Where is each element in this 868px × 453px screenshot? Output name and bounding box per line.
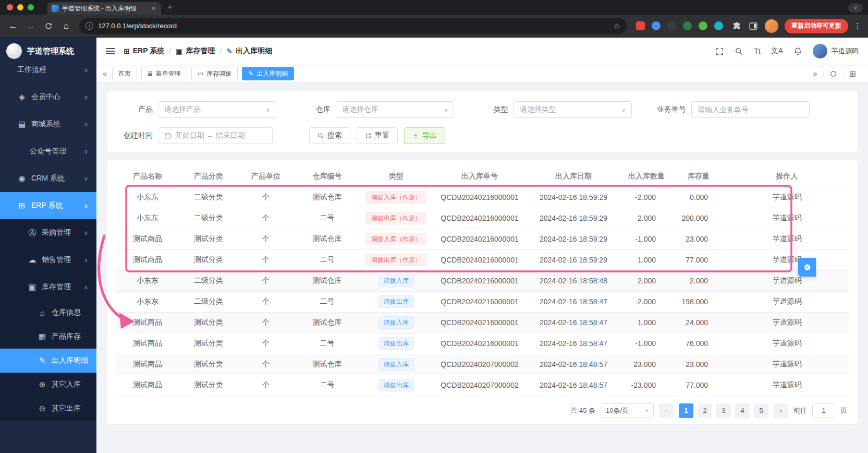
forward-icon[interactable]: →: [23, 18, 39, 34]
home-icon[interactable]: ⌂: [58, 18, 74, 34]
chevron-up-icon: ∧: [84, 284, 88, 291]
app-logo[interactable]: 芋道管理系统: [0, 38, 96, 65]
search-icon[interactable]: [735, 47, 743, 56]
filter-row-2: 创建时间 开始日期 – 结束日期 搜索: [119, 127, 845, 144]
tags-collapse-right-icon[interactable]: »: [808, 69, 823, 78]
browser-profile-avatar[interactable]: [765, 19, 778, 33]
extension-dark-green-icon[interactable]: [683, 21, 692, 30]
type-badge: 调拨出库: [378, 379, 414, 391]
sidebar-item-purchase[interactable]: Ⓐ采购管理∨: [0, 219, 96, 246]
product-select[interactable]: 请选择产品 ∨: [158, 101, 276, 118]
notification-bell-icon[interactable]: [793, 47, 802, 56]
side-panel-icon[interactable]: [746, 19, 761, 33]
cell-type: 调拨出库: [360, 333, 433, 354]
hamburger-icon[interactable]: [106, 47, 115, 55]
sidebar-item-crm-system[interactable]: ◉CRM 系统∨: [0, 165, 96, 192]
cell-category: 测试分类: [180, 229, 237, 249]
biz-no-input[interactable]: [691, 101, 810, 118]
sidebar-item-sales[interactable]: ☁销售管理∨: [0, 246, 96, 273]
breadcrumb-item[interactable]: ▣库存管理: [176, 46, 215, 56]
new-tab-button[interactable]: +: [167, 2, 173, 13]
sidebar-item-other-out[interactable]: ⊖其它出库: [0, 397, 96, 421]
breadcrumb-item[interactable]: ⊞ERP 系统: [124, 46, 164, 56]
warehouse-select[interactable]: 请选择仓库 ∨: [336, 101, 454, 118]
translate-icon[interactable]: 文A: [771, 46, 783, 56]
font-size-icon[interactable]: Tt: [754, 47, 760, 55]
computer-icon: ⊞: [124, 47, 130, 55]
shop-icon: ▤: [17, 120, 27, 129]
tag-menu-admin[interactable]: ≣菜单管理: [141, 67, 187, 80]
logo-avatar: [6, 43, 22, 59]
sidebar-item-stock-record[interactable]: ✎出入库明细: [0, 349, 96, 373]
tags-collapse-left-icon[interactable]: «: [103, 69, 107, 78]
export-button-label: 导出: [422, 131, 437, 140]
create-time-label: 创建时间: [119, 131, 153, 140]
page-button-1[interactable]: 1: [679, 403, 693, 418]
reset-button[interactable]: 重置: [357, 127, 398, 144]
extensions-puzzle-icon[interactable]: [729, 19, 744, 33]
back-icon[interactable]: ←: [5, 18, 21, 34]
cell-type: 调拨出库（作废）: [360, 249, 433, 270]
sidebar-item-erp-system[interactable]: ⊞ERP 系统∧: [0, 192, 96, 219]
goto-page-input[interactable]: [812, 403, 835, 418]
minimize-window-button[interactable]: [17, 4, 23, 10]
close-window-button[interactable]: [7, 4, 13, 10]
sidebar: 芋道管理系统 工作流程∨◈会员中心∨▤商城系统∨公众号管理∨◉CRM 系统∨⊞E…: [0, 38, 96, 453]
page-button-2[interactable]: 2: [698, 403, 712, 418]
tags-refresh-icon[interactable]: [823, 70, 843, 78]
page-button-5[interactable]: 5: [754, 403, 768, 418]
app-header: ⊞ERP 系统/▣库存管理/✎出入库明细 Tt 文A 芋道源: [96, 38, 868, 65]
url-bar[interactable]: i 127.0.0.1/erp/stock/record ☆: [79, 18, 627, 34]
bookmark-star-icon[interactable]: ☆: [614, 21, 620, 31]
sidebar-item-warehouse-info[interactable]: ⌂仓库信息: [0, 301, 96, 325]
cell-date: 2024-02-16 18:59:29: [527, 187, 620, 208]
cell-type: 调拨入库: [360, 354, 433, 375]
sidebar-item-label: 库存管理: [42, 282, 79, 292]
tab-search-button[interactable]: ∨: [848, 3, 863, 13]
date-separator: –: [208, 132, 212, 140]
page-button-3[interactable]: 3: [716, 403, 731, 418]
table-header-row: 产品名称产品分类产品单位仓库编号类型出入库单号出入库日期出入库数量库存量操作人: [115, 166, 849, 187]
user-menu[interactable]: 芋道源码: [813, 44, 859, 58]
type-select[interactable]: 请选择类型 ∨: [514, 101, 632, 118]
cell-unit: 个: [237, 229, 295, 249]
circle-out-icon: ⊖: [38, 404, 47, 413]
extension-blue-pin-icon[interactable]: [652, 21, 661, 30]
next-page-button[interactable]: ›: [774, 403, 788, 418]
tag-stock-record[interactable]: ✎出入库明细: [242, 67, 294, 80]
tag-stock-move[interactable]: ▭库存调拨: [191, 67, 238, 80]
fullscreen-icon[interactable]: [715, 47, 724, 56]
breadcrumb-item[interactable]: ✎出入库明细: [226, 46, 272, 56]
site-info-icon[interactable]: i: [85, 22, 93, 30]
cell-category: 测试分类: [180, 354, 237, 375]
tag-home[interactable]: 首页: [112, 67, 137, 80]
sidebar-item-inventory[interactable]: ▣库存管理∧: [0, 273, 96, 301]
prev-page-button[interactable]: ‹: [659, 403, 674, 418]
page-size-select[interactable]: 10条/页 ∨: [601, 403, 654, 418]
settings-gear-button[interactable]: [798, 258, 816, 277]
extension-green-icon[interactable]: [699, 21, 707, 30]
export-button[interactable]: 导出: [404, 127, 445, 144]
extension-teal-icon[interactable]: [714, 21, 723, 30]
record-pen-icon: ✎: [248, 70, 253, 77]
tab-close-icon[interactable]: ×: [151, 4, 157, 13]
sidebar-item-member-center[interactable]: ◈会员中心∨: [0, 84, 96, 111]
url-text[interactable]: 127.0.0.1/erp/stock/record: [98, 22, 609, 30]
browser-tab[interactable]: 芋道管理系统 - 出入库明细 ×: [47, 2, 161, 15]
reload-icon[interactable]: [41, 18, 56, 34]
cell-unit: 个: [237, 312, 295, 333]
sidebar-item-product-stock[interactable]: ▦产品库存: [0, 325, 96, 349]
browser-menu-kebab-icon[interactable]: ⋮: [852, 21, 863, 31]
browser-update-button[interactable]: 重新启动即可更新: [785, 19, 848, 33]
chevron-down-icon: ∨: [84, 175, 88, 182]
layout-grid-icon[interactable]: ⊞: [843, 69, 862, 79]
sidebar-item-other-in[interactable]: ⊕其它入库: [0, 373, 96, 397]
extension-dark-icon[interactable]: [667, 21, 676, 30]
search-button[interactable]: 搜索: [309, 127, 350, 144]
page-button-4[interactable]: 4: [735, 403, 750, 418]
date-range-picker[interactable]: 开始日期 – 结束日期: [158, 127, 273, 144]
zoom-window-button[interactable]: [28, 4, 34, 10]
sidebar-item-mp-admin[interactable]: 公众号管理∨: [0, 138, 96, 165]
sidebar-item-mall-system[interactable]: ▤商城系统∨: [0, 111, 96, 138]
extension-red-icon[interactable]: [636, 21, 645, 30]
